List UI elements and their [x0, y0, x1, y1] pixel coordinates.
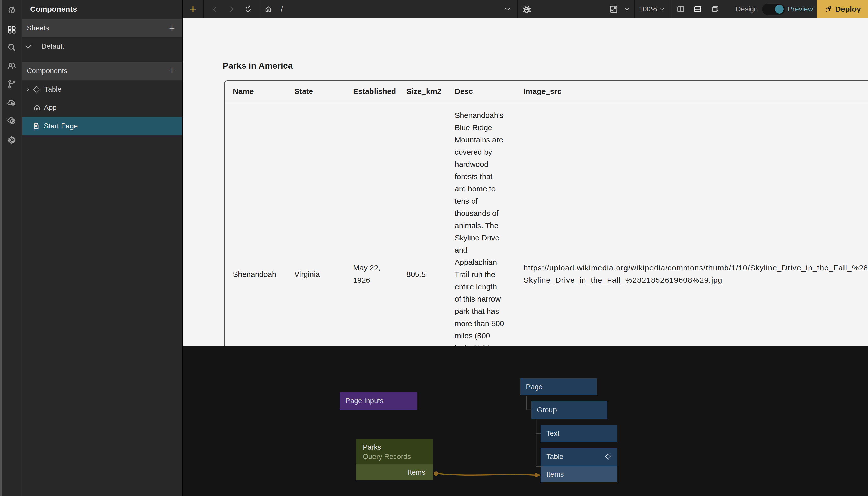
design-preview-toggle[interactable]: [762, 3, 785, 15]
component-item-label: Table: [44, 85, 62, 93]
toolbar-divider: [670, 0, 670, 18]
check-icon: [26, 43, 32, 50]
canvas-size-icon[interactable]: [609, 5, 618, 14]
sheets-section-label: Sheets: [27, 24, 49, 32]
components-section-label: Components: [27, 67, 67, 75]
col-header-image[interactable]: Image_src: [523, 87, 561, 96]
top-toolbar: + / 100% Design Preview Deploy: [183, 0, 868, 18]
node-parks-body: Parks Query Records: [356, 439, 433, 464]
toolbar-divider: [517, 0, 518, 18]
deploy-button[interactable]: Deploy: [817, 0, 868, 18]
cell-image-src-line1[interactable]: https://upload.wikimedia.org/wikipedia/c…: [523, 262, 868, 274]
node-table-items[interactable]: Items: [541, 466, 617, 482]
design-label: Design: [735, 5, 758, 13]
toolbar-divider: [203, 0, 204, 18]
component-item-label: Start Page: [44, 122, 78, 130]
cell-state[interactable]: Virginia: [294, 268, 320, 280]
cell-name[interactable]: Shenandoah: [233, 268, 276, 280]
nav-forward-button[interactable]: [228, 6, 234, 13]
panel-title: Components: [22, 0, 182, 18]
col-header-established[interactable]: Established: [353, 87, 396, 96]
node-page[interactable]: Page: [520, 378, 597, 396]
breadcrumb-path: /: [281, 5, 283, 14]
sheets-section-header[interactable]: Sheets +: [22, 19, 182, 37]
node-label: Items: [546, 470, 564, 478]
add-component-button[interactable]: +: [169, 66, 175, 76]
users-icon[interactable]: [6, 61, 17, 71]
components-nav-icon[interactable]: [6, 25, 17, 35]
canvas-size-chevron[interactable]: [624, 6, 630, 12]
node-label: Group: [537, 406, 557, 414]
node-text[interactable]: Text: [541, 424, 617, 443]
refresh-button[interactable]: [244, 5, 252, 13]
settings-gear-icon[interactable]: [6, 135, 17, 145]
activity-bar: [1, 0, 22, 496]
node-parks-items-port[interactable]: Items: [356, 464, 433, 480]
home-icon: [33, 104, 41, 111]
parks-table[interactable]: Name State Established Size_km2 Desc Ima…: [224, 80, 868, 346]
deploy-label: Deploy: [835, 5, 861, 14]
component-item-app[interactable]: App: [22, 98, 182, 117]
toolbar-divider: [634, 0, 635, 18]
col-header-state[interactable]: State: [294, 87, 313, 96]
cell-established[interactable]: May 22, 1926: [353, 262, 380, 286]
functions-icon[interactable]: [6, 115, 17, 126]
component-item-label: App: [44, 104, 57, 112]
col-header-size[interactable]: Size_km2: [407, 87, 441, 96]
node-label: Page: [526, 383, 543, 391]
graph-wires: [183, 346, 868, 496]
split-columns-icon[interactable]: [676, 5, 685, 13]
debug-bug-icon[interactable]: [521, 4, 532, 15]
data-sources-icon[interactable]: [6, 98, 17, 108]
query-name: Parks: [363, 443, 433, 452]
add-button[interactable]: +: [189, 5, 197, 14]
search-icon[interactable]: [6, 42, 17, 52]
col-header-desc[interactable]: Desc: [455, 87, 473, 96]
cell-image-src-line2[interactable]: Skyline_Drive_in_the_Fall_%2821852619608…: [523, 274, 722, 286]
node-table[interactable]: Table: [541, 448, 617, 466]
zoom-chevron[interactable]: [659, 6, 665, 12]
rocket-icon: [824, 5, 833, 14]
zoom-level[interactable]: 100%: [639, 5, 657, 13]
page-file-icon: [33, 123, 40, 129]
cell-size[interactable]: 805.5: [407, 268, 426, 280]
toggle-knob[interactable]: [775, 5, 784, 14]
component-item-table[interactable]: Table: [22, 80, 182, 98]
chevron-right-icon[interactable]: [25, 87, 31, 92]
node-page-inputs[interactable]: Page Inputs: [340, 392, 417, 409]
add-sheet-button[interactable]: +: [169, 23, 175, 33]
node-group[interactable]: Group: [531, 401, 607, 419]
node-label: Page Inputs: [346, 397, 383, 405]
node-label: Text: [546, 430, 559, 437]
nav-back-button[interactable]: [212, 6, 218, 13]
components-section-header[interactable]: Components +: [22, 62, 182, 80]
windows-icon[interactable]: [711, 5, 719, 13]
table-header-row: Name State Established Size_km2 Desc Ima…: [225, 81, 868, 102]
split-rows-icon[interactable]: [694, 5, 702, 13]
component-item-start-page[interactable]: Start Page: [22, 117, 182, 135]
node-label: Table: [546, 453, 563, 461]
col-header-name[interactable]: Name: [233, 87, 254, 96]
node-graph-panel[interactable]: Page Inputs Parks Query Records Items Pa…: [183, 346, 868, 496]
workflows-icon[interactable]: [6, 79, 17, 89]
page-heading[interactable]: Parks in America: [223, 61, 293, 71]
page-dropdown-chevron[interactable]: [504, 6, 511, 12]
preview-label: Preview: [788, 5, 813, 13]
cell-desc[interactable]: Shenandoah's Blue Ridge Mountains are co…: [455, 109, 504, 346]
toolbar-divider: [261, 0, 261, 18]
component-diamond-icon: [33, 86, 39, 92]
home-breadcrumb-icon[interactable]: [264, 5, 272, 13]
design-canvas[interactable]: Parks in America Name State Established …: [183, 18, 868, 346]
sheet-item-label: Default: [41, 42, 64, 50]
port-label: Items: [408, 468, 425, 476]
query-type: Query Records: [363, 452, 433, 461]
node-parks-query[interactable]: Parks Query Records Items: [356, 439, 433, 480]
components-panel: Components Sheets + Default Components +…: [22, 0, 183, 496]
logo-icon[interactable]: [6, 5, 17, 15]
sheet-item-default[interactable]: Default: [22, 37, 182, 56]
table-diamond-icon: [605, 453, 611, 460]
